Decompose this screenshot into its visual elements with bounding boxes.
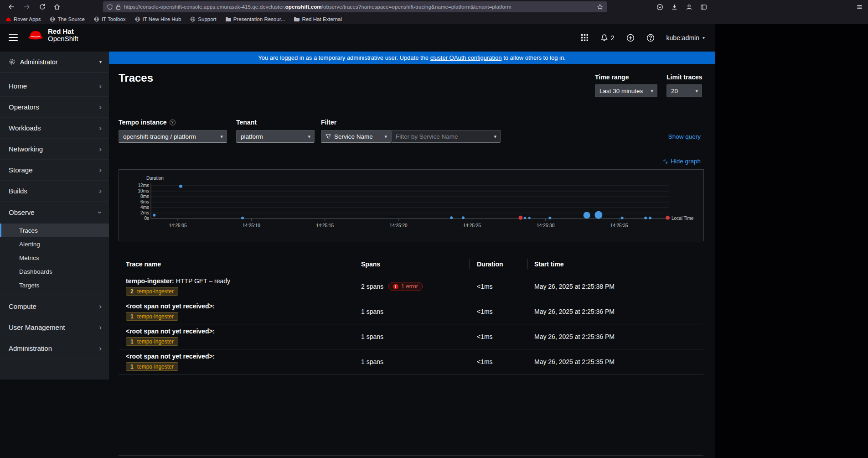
hide-graph-link[interactable]: Hide graph — [663, 158, 701, 165]
browser-toolbar: https://console-openshift-console.apps.e… — [0, 0, 868, 14]
quick-create-icon[interactable] — [626, 34, 635, 42]
trace-name-link[interactable]: tempo-ingester: HTTP GET – ready — [126, 277, 354, 285]
trace-name-link[interactable]: <root span not yet received>: — [126, 328, 354, 335]
lock-icon[interactable] — [116, 4, 121, 10]
sidebar-item-user-management[interactable]: User Management› — [0, 317, 109, 338]
svg-text:14:25:35: 14:25:35 — [610, 223, 628, 228]
address-bar[interactable]: https://console-openshift-console.apps.e… — [103, 1, 607, 12]
help-icon[interactable]: ? — [170, 120, 176, 125]
nav-label: Observe — [9, 208, 35, 216]
notifications-button[interactable]: 2 — [600, 34, 615, 42]
back-button[interactable] — [5, 1, 17, 12]
bookmark-label: IT Toolbox — [102, 16, 126, 22]
span-count: 2 spans — [361, 283, 383, 290]
svg-text:Duration: Duration — [146, 176, 164, 181]
sidebar-item-observe[interactable]: Observe› — [0, 202, 109, 223]
chevron-right-icon: › — [99, 302, 102, 310]
globe-icon — [190, 16, 196, 22]
bookmark-star-icon[interactable] — [597, 4, 603, 10]
sidebar-item-builds[interactable]: Builds› — [0, 181, 109, 202]
bookmark-it-toolbox[interactable]: IT Toolbox — [94, 16, 126, 22]
sidebar-nav: Administrator ▾ Home› Operators› Workloa… — [0, 52, 109, 380]
sidebar-item-workloads[interactable]: Workloads› — [0, 118, 109, 139]
svg-text:0s: 0s — [144, 216, 149, 221]
bookmark-the-source[interactable]: The Source — [50, 16, 84, 22]
column-header-spans[interactable]: Spans — [354, 255, 470, 274]
span-count: 1 spans — [361, 358, 383, 365]
trace-name-link[interactable]: <root span not yet received>: — [126, 353, 354, 360]
page-title: Traces — [119, 72, 153, 84]
service-name-filter-input[interactable] — [396, 133, 489, 140]
traces-page: Traces Time range Last 30 minutes ▾ Limi… — [109, 64, 715, 458]
tenant-select[interactable]: platform ▾ — [236, 130, 315, 143]
limit-traces-select[interactable]: 20 ▾ — [666, 84, 702, 97]
sidebar-item-metrics[interactable]: Metrics — [0, 251, 109, 265]
trace-start-time: May 26, 2025 at 2:25:38 PM — [527, 274, 703, 299]
bookmark-rover-apps[interactable]: Rover Apps — [5, 16, 41, 22]
sidebar-item-compute[interactable]: Compute› — [0, 296, 109, 317]
span-count: 1 spans — [361, 308, 383, 315]
svg-text:2ms: 2ms — [140, 210, 149, 215]
tracking-shield-icon[interactable] — [107, 4, 113, 10]
column-header-start-time[interactable]: Start time — [527, 255, 703, 274]
column-header-duration[interactable]: Duration — [470, 255, 527, 274]
bookmark-folder-red-hat-external[interactable]: Red Hat External — [294, 16, 342, 22]
nav-toggle-icon[interactable] — [9, 34, 18, 41]
table-row[interactable]: <root span not yet received>: 1tempo-ing… — [119, 349, 703, 375]
reload-button[interactable] — [36, 1, 48, 12]
browser-menu-icon[interactable] — [853, 1, 865, 12]
filter-attribute-select[interactable]: Service Name ▾ — [321, 130, 391, 143]
time-range-value: Last 30 minutes — [599, 88, 643, 94]
oauth-configuration-link[interactable]: cluster OAuth configuration — [430, 54, 502, 61]
tempo-instance-label: Tempo instance ? — [119, 119, 176, 126]
sidebar-item-home[interactable]: Home› — [0, 76, 109, 97]
masthead-actions: 2 kube:admin ▾ — [581, 24, 705, 52]
bookmark-support[interactable]: Support — [190, 16, 216, 22]
nav-label: Networking — [9, 145, 43, 153]
caret-down-icon: ▾ — [99, 59, 102, 64]
pocket-icon[interactable] — [654, 1, 666, 12]
bookmark-it-new-hire-hub[interactable]: IT New Hire Hub — [135, 16, 181, 22]
perspective-switcher[interactable]: Administrator ▾ — [0, 52, 109, 73]
chevron-right-icon: › — [99, 166, 102, 174]
trace-name-link[interactable]: <root span not yet received>: — [126, 302, 354, 310]
table-header: Trace name Spans Duration Start time — [119, 255, 703, 274]
show-query-label: Show query — [668, 133, 701, 140]
nav-label: Alerting — [19, 241, 40, 248]
account-icon[interactable] — [683, 1, 695, 12]
column-header-trace-name[interactable]: Trace name — [119, 255, 354, 274]
trace-duration-chart[interactable]: Duration12ms10ms8ms6ms4ms2ms0s14:25:0514… — [119, 169, 704, 241]
svg-text:4ms: 4ms — [140, 205, 149, 210]
sidebar-item-administration[interactable]: Administration› — [0, 338, 109, 359]
time-range-select[interactable]: Last 30 minutes ▾ — [595, 84, 657, 97]
bookmark-folder-presentation-resources[interactable]: Presentation Resour... — [226, 16, 285, 22]
table-row[interactable]: tempo-ingester: HTTP GET – ready 2tempo-… — [119, 274, 703, 299]
svg-text:12ms: 12ms — [138, 183, 149, 188]
sidebar-item-operators[interactable]: Operators› — [0, 97, 109, 118]
sidebar-item-alerting[interactable]: Alerting — [0, 237, 109, 251]
sidebar-item-traces[interactable]: Traces — [0, 224, 109, 237]
table-row[interactable]: <root span not yet received>: 1tempo-ing… — [119, 299, 703, 324]
caret-down-icon: ▾ — [703, 35, 705, 40]
service-name-filter[interactable]: ▾ — [391, 130, 501, 143]
help-menu-icon[interactable] — [646, 34, 655, 42]
forward-button[interactable] — [21, 1, 33, 12]
sidebar-item-networking[interactable]: Networking› — [0, 139, 109, 160]
user-menu[interactable]: kube:admin ▾ — [666, 34, 705, 42]
table-row[interactable]: <root span not yet received>: 1tempo-ing… — [119, 324, 703, 349]
globe-icon — [50, 16, 55, 22]
tenant-label: Tenant — [236, 119, 257, 126]
sidebar-toggle-icon[interactable] — [698, 1, 709, 12]
downloads-icon[interactable] — [668, 1, 680, 12]
home-button[interactable] — [51, 1, 63, 12]
sidebar-item-dashboards[interactable]: Dashboards — [0, 265, 109, 278]
sidebar-item-storage[interactable]: Storage› — [0, 160, 109, 181]
sidebar-item-targets[interactable]: Targets — [0, 278, 109, 292]
show-query-link[interactable]: Show query — [668, 133, 701, 140]
brand-logo[interactable]: Red Hat OpenShift — [26, 28, 78, 42]
tempo-instance-select[interactable]: openshift-tracing / platform ▾ — [119, 130, 227, 143]
svg-text:8ms: 8ms — [140, 194, 149, 199]
bookmark-label: Support — [198, 16, 216, 22]
app-launcher-icon[interactable] — [581, 34, 589, 42]
chevron-right-icon: › — [99, 82, 102, 90]
